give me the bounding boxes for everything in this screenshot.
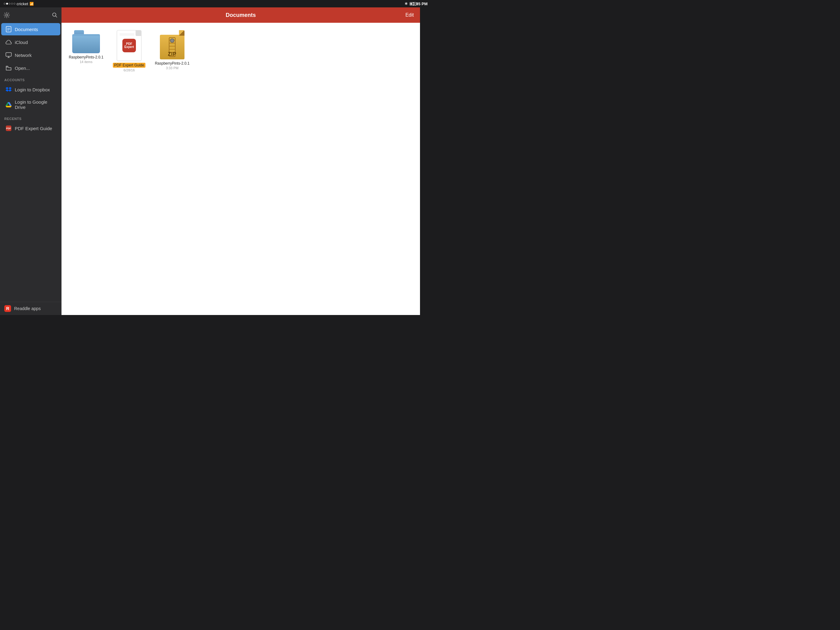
icloud-icon [6, 39, 12, 45]
status-right: ✱ [405, 2, 416, 6]
signal-dot-4 [11, 3, 13, 5]
zip-icon: ZIP [160, 30, 185, 59]
pdf-lines [120, 33, 134, 35]
sidebar-item-documents[interactable]: Documents [1, 23, 60, 35]
zip-label: ZIP [160, 51, 185, 57]
carrier-label: cricket [17, 2, 28, 6]
pdf-icon-text: PDFExpert [124, 43, 134, 49]
pdf-icon: PDFExpert [117, 30, 141, 61]
signal-dot-3 [9, 3, 11, 5]
zip-pull [170, 38, 174, 43]
svg-point-0 [6, 14, 8, 16]
sidebar-item-gdrive[interactable]: Login to Google Drive [1, 96, 60, 113]
zip-body: ZIP [160, 35, 185, 59]
recents-section-label: Recents [0, 113, 62, 122]
documents-icon [6, 26, 12, 32]
readdle-logo: R [4, 305, 11, 312]
zip-corner-fold [179, 30, 185, 36]
battery-icon [409, 2, 416, 6]
readdle-apps-label: Readdle apps [14, 306, 41, 311]
accounts-section-label: Accounts [0, 74, 62, 83]
folder-tab [74, 30, 84, 35]
gear-icon[interactable] [4, 12, 10, 18]
sidebar-footer[interactable]: R Readdle apps [0, 302, 62, 315]
network-label: Network [15, 52, 32, 58]
status-left: cricket 📶 [4, 2, 34, 6]
sidebar-item-dropbox[interactable]: Login to Dropbox [1, 83, 60, 96]
documents-label: Documents [15, 27, 38, 32]
pdf-recent-label: PDF Expert Guide [15, 126, 52, 131]
sidebar-item-network[interactable]: Network [1, 49, 60, 61]
icloud-label: iCloud [15, 40, 28, 45]
folder-icon [72, 30, 100, 53]
open-label: Open... [15, 65, 30, 71]
svg-rect-3 [6, 52, 11, 56]
list-item[interactable]: PDFExpert PDF Expert Guide 6/28/16 [111, 30, 148, 72]
network-icon [6, 52, 12, 58]
file-name: PDF Expert Guide [113, 63, 145, 68]
file-meta: 14 items [80, 60, 93, 64]
list-item[interactable]: ZIP RaspberryPints-2.0.1 3:33 PM [154, 30, 191, 72]
folder-inner [73, 36, 99, 52]
folder-body [72, 34, 100, 53]
sidebar-item-icloud[interactable]: iCloud [1, 36, 60, 48]
content-area: RaspberryPints-2.0.1 14 items PDFExpert … [62, 23, 420, 315]
file-name: RaspberryPints-2.0.1 [155, 61, 190, 65]
app-container: Documents iCloud Network [0, 7, 420, 315]
dropbox-icon [6, 86, 12, 93]
wifi-icon: 📶 [30, 2, 34, 6]
pdf-line [120, 33, 134, 34]
file-name: RaspberryPints-2.0.1 [69, 55, 104, 59]
main-header: Documents Edit [62, 7, 420, 23]
search-icon[interactable] [52, 12, 58, 18]
gdrive-label: Login to Google Drive [15, 99, 56, 110]
signal-dots [4, 3, 15, 5]
sidebar: Documents iCloud Network [0, 7, 62, 315]
pdf-line [120, 35, 134, 35]
sidebar-item-open[interactable]: Open... [1, 62, 60, 74]
battery-fill [410, 3, 412, 5]
page-title: Documents [226, 12, 256, 19]
gdrive-icon [6, 101, 12, 108]
sidebar-top [0, 7, 62, 23]
file-meta: 3:33 PM [166, 66, 178, 70]
pdf-recent-icon: PDF [6, 125, 12, 131]
status-bar: cricket 📶 3:35 PM ✱ [0, 0, 420, 7]
edit-button[interactable]: Edit [405, 12, 414, 18]
sidebar-item-pdf-recent[interactable]: PDF PDF Expert Guide [1, 122, 60, 135]
pdf-icon-inner: PDFExpert [122, 39, 136, 52]
list-item[interactable]: RaspberryPints-2.0.1 14 items [68, 30, 104, 72]
dropbox-label: Login to Dropbox [15, 87, 50, 92]
file-meta: 6/28/16 [123, 68, 135, 72]
main-content: Documents Edit RaspberryPints-2.0.1 14 i… [62, 7, 420, 315]
signal-dot-5 [14, 3, 15, 5]
signal-dot-1 [4, 3, 6, 5]
svg-point-1 [52, 13, 56, 16]
open-icon [6, 65, 12, 71]
bluetooth-icon: ✱ [405, 2, 408, 6]
signal-dot-2 [6, 3, 8, 5]
